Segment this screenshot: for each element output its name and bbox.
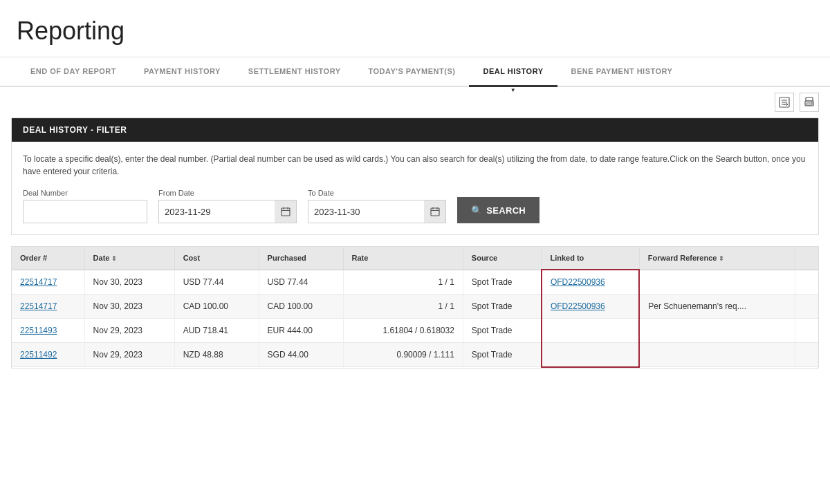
from-date-calendar-icon[interactable] — [275, 200, 297, 223]
cell-date: Nov 29, 2023 — [84, 319, 174, 343]
cell-extra — [795, 270, 818, 295]
tab-end-of-day[interactable]: END OF DAY REPORT — [17, 57, 130, 87]
col-header-extra — [795, 247, 818, 270]
print-icon[interactable] — [800, 93, 819, 112]
tabs-bar: END OF DAY REPORTPAYMENT HISTORYSETTLEME… — [0, 57, 830, 87]
deal-number-input[interactable] — [23, 200, 147, 223]
page-wrapper: Reporting END OF DAY REPORTPAYMENT HISTO… — [0, 0, 830, 504]
cell-forward_ref — [639, 343, 795, 367]
table-container: Order #Date⇕CostPurchasedRateSourceLinke… — [11, 246, 819, 368]
table-header: Order #Date⇕CostPurchasedRateSourceLinke… — [12, 247, 818, 270]
cell-order: 22514717 — [12, 295, 84, 319]
col-header-rate: Rate — [343, 247, 463, 270]
cell-linked_to: OFD22500936 — [542, 295, 639, 319]
cell-forward_ref: Per Schuenemann's req.... — [639, 295, 795, 319]
col-header-source: Source — [463, 247, 542, 270]
col-header-date[interactable]: Date⇕ — [84, 247, 174, 270]
svg-rect-13 — [431, 208, 439, 216]
to-date-group: To Date — [308, 189, 446, 223]
table-row: 22511493Nov 29, 2023AUD 718.41EUR 444.00… — [12, 319, 818, 343]
to-date-label: To Date — [308, 189, 446, 197]
cell-extra — [795, 295, 818, 319]
search-button-label: SEARCH — [486, 205, 526, 216]
table-row: 22514717Nov 30, 2023CAD 100.00CAD 100.00… — [12, 295, 818, 319]
cell-purchased: USD 77.44 — [259, 270, 343, 295]
cell-forward_ref — [639, 270, 795, 295]
svg-rect-5 — [806, 97, 813, 101]
to-date-wrapper — [308, 200, 446, 223]
cell-rate: 1.61804 / 0.618032 — [343, 319, 463, 343]
search-button[interactable]: 🔍 SEARCH — [457, 197, 540, 223]
tab-payment-history[interactable]: PAYMENT HISTORY — [130, 57, 234, 87]
cell-extra — [795, 319, 818, 343]
order-link[interactable]: 22511493 — [20, 326, 57, 335]
cell-linked_to — [542, 319, 639, 343]
table-body: 22514717Nov 30, 2023USD 77.44USD 77.441 … — [12, 270, 818, 367]
cell-purchased: CAD 100.00 — [259, 295, 343, 319]
deal-number-label: Deal Number — [23, 189, 147, 197]
svg-rect-7 — [806, 103, 812, 105]
col-header-purchased: Purchased — [259, 247, 343, 270]
cell-rate: 0.90009 / 1.111 — [343, 343, 463, 367]
cell-rate: 1 / 1 — [343, 295, 463, 319]
cell-order: 22511492 — [12, 343, 84, 367]
cell-cost: NZD 48.88 — [174, 343, 259, 367]
svg-point-8 — [811, 102, 813, 104]
cell-linked_to: OFD22500936 — [542, 270, 639, 295]
cell-forward_ref — [639, 319, 795, 343]
cell-source: Spot Trade — [463, 343, 542, 367]
cell-source: Spot Trade — [463, 270, 542, 295]
toolbar — [0, 87, 830, 118]
linked-to-link[interactable]: OFD22500936 — [551, 277, 605, 287]
filter-header: DEAL HISTORY - FILTER — [12, 118, 818, 142]
deal-number-group: Deal Number — [23, 189, 147, 223]
order-link[interactable]: 22511492 — [20, 350, 57, 360]
tab-settlement-history[interactable]: SETTLEMENT HISTORY — [234, 57, 355, 87]
filter-body: To locate a specific deal(s), enter the … — [12, 142, 818, 234]
tab-deal-history[interactable]: DEAL HISTORY — [469, 57, 557, 87]
linked-to-link[interactable]: OFD22500936 — [551, 301, 605, 311]
from-date-label: From Date — [158, 189, 297, 197]
search-icon: 🔍 — [471, 205, 482, 216]
cell-date: Nov 30, 2023 — [84, 295, 174, 319]
cell-linked_to — [542, 343, 639, 367]
tab-todays-payment[interactable]: TODAY'S PAYMENT(S) — [355, 57, 470, 87]
cell-rate: 1 / 1 — [343, 270, 463, 295]
cell-source: Spot Trade — [463, 295, 542, 319]
page-title: Reporting — [17, 17, 813, 46]
cell-extra — [795, 343, 818, 367]
col-header-linked_to: Linked to — [542, 247, 639, 270]
export-icon[interactable] — [775, 93, 794, 112]
deal-history-table: Order #Date⇕CostPurchasedRateSourceLinke… — [12, 247, 818, 368]
tab-bene-payment[interactable]: BENE PAYMENT HISTORY — [557, 57, 687, 87]
svg-rect-9 — [282, 208, 290, 216]
cell-purchased: EUR 444.00 — [259, 319, 343, 343]
to-date-calendar-icon[interactable] — [424, 200, 446, 223]
filter-description: To locate a specific deal(s), enter the … — [23, 153, 807, 178]
order-link[interactable]: 22514717 — [20, 301, 57, 311]
cell-source: Spot Trade — [463, 319, 542, 343]
cell-date: Nov 29, 2023 — [84, 343, 174, 367]
table-row: 22514717Nov 30, 2023USD 77.44USD 77.441 … — [12, 270, 818, 295]
order-link[interactable]: 22514717 — [20, 277, 57, 287]
cell-order: 22511493 — [12, 319, 84, 343]
from-date-wrapper — [158, 200, 297, 223]
page-header: Reporting — [0, 0, 830, 57]
cell-purchased: SGD 44.00 — [259, 343, 343, 367]
cell-date: Nov 30, 2023 — [84, 270, 174, 295]
col-header-forward_ref[interactable]: Forward Reference⇕ — [639, 247, 795, 270]
header-row: Order #Date⇕CostPurchasedRateSourceLinke… — [12, 247, 818, 270]
cell-cost: USD 77.44 — [174, 270, 259, 295]
cell-cost: CAD 100.00 — [174, 295, 259, 319]
from-date-group: From Date — [158, 189, 297, 223]
col-header-cost: Cost — [174, 247, 259, 270]
table-row: 22511492Nov 29, 2023NZD 48.88SGD 44.000.… — [12, 343, 818, 367]
filter-panel: DEAL HISTORY - FILTER To locate a specif… — [11, 118, 819, 235]
cell-order: 22514717 — [12, 270, 84, 295]
filter-fields: Deal Number From Date — [23, 189, 807, 223]
content-area: DEAL HISTORY - FILTER To locate a specif… — [0, 118, 830, 380]
cell-cost: AUD 718.41 — [174, 319, 259, 343]
col-header-order: Order # — [12, 247, 84, 270]
